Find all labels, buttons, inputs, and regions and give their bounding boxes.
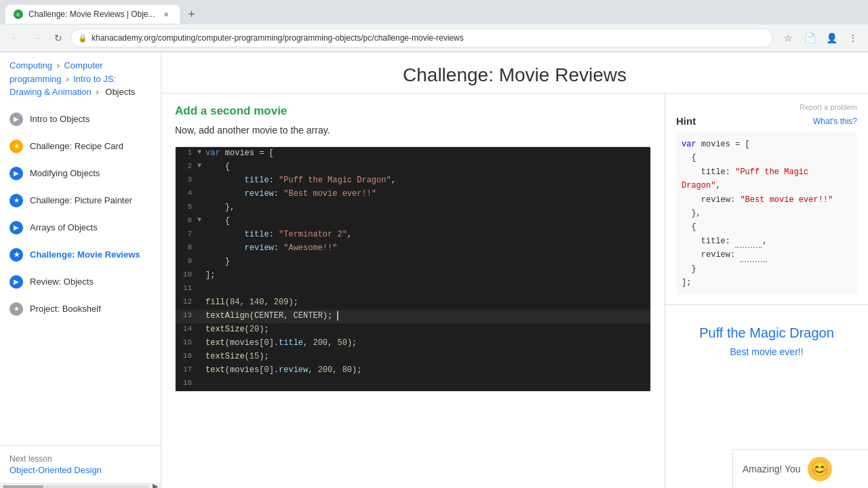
line-num-9: 9 [176, 256, 197, 268]
sidebar-item-icon-1: ★ [9, 140, 23, 153]
breadcrumb-sep1: › [57, 60, 60, 70]
address-bar[interactable]: 🔒 khanacademy.org/computing/computer-pro… [71, 28, 773, 47]
breadcrumb-sep3: › [96, 87, 98, 97]
code-editor[interactable]: 1 ▼ var movies = [ 2 ▼ { 3 [175, 146, 651, 392]
forward-button[interactable]: → [27, 28, 46, 47]
browser-chrome: K Challenge: Movie Reviews | Obje... ✕ +… [0, 0, 868, 52]
code-line-11: 11 [176, 283, 650, 296]
hint-code-line-7: title: , [682, 235, 852, 248]
code-line-16: 16 textSize(15); [176, 350, 650, 364]
hint-code-line-3: title: "Puff the Magic Dragon", [682, 165, 852, 193]
hint-panel: Report a problem Hint What's this? var m… [665, 94, 868, 305]
mascot: 😊 [808, 457, 832, 481]
report-problem-link[interactable]: Report a problem [676, 103, 857, 111]
breadcrumb-current: Objects [105, 87, 135, 97]
sidebar-item-modifying-objects[interactable]: ▶ Modifying Objects [0, 160, 161, 187]
hint-code-line-5: }, [682, 207, 852, 220]
line-num-18: 18 [176, 378, 197, 390]
next-lesson-title[interactable]: Object-Oriented Design [9, 465, 151, 475]
line-content-3: title: "Puff the Magic Dragon", [204, 174, 650, 187]
line-num-15: 15 [176, 337, 197, 349]
breadcrumb-computing[interactable]: Computing [9, 60, 52, 70]
hint-what-this-link[interactable]: What's this? [813, 117, 857, 126]
hint-code-line-4: review: "Best movie ever!!" [682, 193, 852, 207]
line-content-7: title: "Terminator 2", [204, 228, 650, 241]
amazing-text: Amazing! You [743, 464, 801, 474]
sidebar-item-icon-3: ★ [9, 194, 23, 207]
line-num-4: 4 [176, 188, 197, 200]
tab-title: Challenge: Movie Reviews | Obje... [28, 9, 155, 19]
breadcrumb: Computing › Computerprogramming › Intro … [0, 52, 161, 103]
line-num-1: 1 [176, 147, 197, 159]
code-line-17: 17 text(movies[0].review, 200, 80); [176, 364, 650, 378]
preview-subtitle: Best movie ever!! [730, 346, 803, 357]
code-line-18: 18 [176, 378, 650, 391]
main-layout: Computing › Computerprogramming › Intro … [0, 52, 868, 488]
code-line-10: 10 ]; [176, 269, 650, 283]
sidebar-item-intro-objects[interactable]: ▶ Intro to Objects [0, 106, 161, 133]
menu-button[interactable]: ⋮ [844, 28, 863, 47]
line-ind-2: ▼ [197, 161, 204, 171]
task-title: Add a second movie [175, 104, 651, 118]
nav-actions: ☆ 📄 👤 ⋮ [778, 28, 863, 47]
line-num-7: 7 [176, 228, 197, 241]
line-num-3: 3 [176, 174, 197, 186]
content-area: Challenge: Movie Reviews Add a second mo… [161, 52, 868, 488]
sidebar-item-label-2: Modifying Objects [30, 168, 100, 178]
pdf-button[interactable]: 📄 [800, 28, 819, 47]
content-body: Add a second movie Now, add another movi… [161, 94, 868, 488]
next-lesson: Next lesson Object-Oriented Design [0, 445, 161, 483]
new-tab-button[interactable]: + [182, 5, 201, 24]
hint-code-line-8: review: [682, 248, 852, 262]
hint-code-line-10: ]; [682, 276, 852, 289]
sidebar-item-icon-0: ▶ [9, 113, 23, 126]
hint-header: Hint What's this? [676, 115, 857, 127]
next-lesson-label: Next lesson [9, 454, 151, 464]
line-content-13: textAlign(CENTER, CENTER); [204, 310, 650, 323]
sidebar-item-movie-reviews[interactable]: ★ Challenge: Movie Reviews [0, 241, 161, 268]
code-line-14: 14 textSize(20); [176, 323, 650, 337]
task-description: Now, add another movie to the array. [175, 125, 651, 136]
sidebar-item-icon-6: ▶ [9, 275, 23, 289]
line-content-8: review: "Awesome!!" [204, 242, 650, 255]
line-num-8: 8 [176, 242, 197, 254]
preview-title: Puff the Magic Dragon [699, 325, 834, 341]
line-content-14: textSize(20); [204, 323, 650, 336]
profile-button[interactable]: 👤 [822, 28, 841, 47]
nav-bar: ← → ↻ 🔒 khanacademy.org/computing/comput… [0, 24, 868, 52]
sidebar-scrollbar[interactable]: ▶ [0, 483, 161, 488]
code-line-15: 15 text(movies[0].title, 200, 50); [176, 337, 650, 350]
sidebar-item-arrays-objects[interactable]: ▶ Arrays of Objects [0, 214, 161, 241]
code-line-13: 13 textAlign(CENTER, CENTER); [176, 310, 650, 323]
code-line-1: 1 ▼ var movies = [ [176, 147, 650, 161]
sidebar-item-label-1: Challenge: Recipe Card [30, 141, 123, 151]
sidebar-item-label-4: Arrays of Objects [30, 222, 98, 232]
bookmark-button[interactable]: ☆ [778, 28, 797, 47]
sidebar-item-recipe-card[interactable]: ★ Challenge: Recipe Card [0, 133, 161, 160]
tab-close-button[interactable]: ✕ [161, 9, 172, 20]
sidebar-item-label-5: Challenge: Movie Reviews [30, 249, 140, 260]
sidebar-item-label-3: Challenge: Picture Painter [30, 195, 132, 205]
page-header: Challenge: Movie Reviews [161, 52, 868, 94]
line-ind-1: ▼ [197, 147, 204, 158]
line-content-9: } [204, 256, 650, 268]
code-line-8: 8 review: "Awesome!!" [176, 242, 650, 256]
sidebar-item-review-objects[interactable]: ▶ Review: Objects [0, 268, 161, 296]
hint-code-line-1: var movies = [ [682, 138, 852, 151]
refresh-button[interactable]: ↻ [49, 28, 68, 47]
scrollbar-thumb [3, 485, 43, 488]
code-line-3: 3 title: "Puff the Magic Dragon", [176, 174, 650, 188]
code-line-5: 5 }, [176, 201, 650, 215]
tab-bar: K Challenge: Movie Reviews | Obje... ✕ + [0, 0, 868, 24]
sidebar-item-picture-painter[interactable]: ★ Challenge: Picture Painter [0, 187, 161, 214]
back-button[interactable]: ← [5, 28, 24, 47]
sidebar-scroll-arrow[interactable]: ▶ [153, 482, 158, 488]
sidebar-list: ▶ Intro to Objects ★ Challenge: Recipe C… [0, 103, 161, 446]
line-num-6: 6 [176, 215, 197, 227]
line-num-13: 13 [176, 310, 197, 322]
hint-title: Hint [676, 115, 696, 127]
sidebar-item-label-7: Project: Bookshelf [30, 304, 101, 314]
sidebar-item-project-bookshelf[interactable]: ★ Project: Bookshelf [0, 296, 161, 323]
line-content-11 [204, 283, 650, 296]
active-tab[interactable]: K Challenge: Movie Reviews | Obje... ✕ [5, 5, 180, 24]
